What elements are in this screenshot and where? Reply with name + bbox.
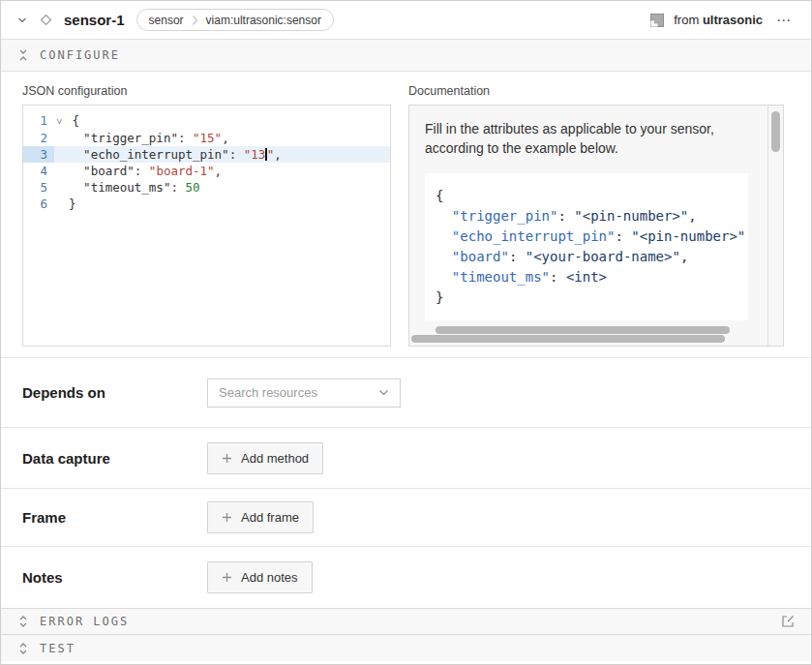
module-icon bbox=[650, 14, 664, 27]
depends-on-select[interactable]: Search resources bbox=[207, 378, 401, 408]
json-config-label: JSON configuration bbox=[22, 84, 391, 98]
documentation-code-example: { "trigger_pin": "<pin-number>", "echo_i… bbox=[425, 173, 748, 320]
collapse-chevron-icon[interactable] bbox=[16, 15, 28, 26]
error-logs-section-title: ERROR LOGS bbox=[40, 615, 129, 628]
panel-vertical-scrollbar-track[interactable] bbox=[767, 106, 783, 346]
plus-icon bbox=[222, 512, 232, 523]
collapse-section-icon[interactable] bbox=[17, 48, 29, 62]
component-config-panel: sensor-1 sensor viam:ultrasonic:sensor f… bbox=[0, 0, 812, 665]
from-module-label: from ultrasonic bbox=[674, 13, 763, 27]
component-type: sensor bbox=[149, 14, 184, 27]
configure-body: JSON configuration 1> {2 "trigger_pin": … bbox=[1, 72, 811, 357]
frame-label: Frame bbox=[22, 509, 207, 526]
code-horizontal-scrollbar[interactable] bbox=[436, 326, 730, 334]
notes-row: Notes Add notes bbox=[1, 546, 811, 608]
documentation-panel: Fill in the attributes as applicable to … bbox=[408, 105, 784, 347]
panel-horizontal-scrollbar[interactable] bbox=[411, 335, 725, 343]
test-section-bar[interactable]: TEST bbox=[1, 634, 811, 661]
json-config-editor[interactable]: 1> {2 "trigger_pin": "15",3 "echo_interr… bbox=[22, 105, 391, 347]
plus-icon bbox=[222, 572, 232, 583]
add-method-button[interactable]: Add method bbox=[207, 442, 323, 474]
component-header: sensor-1 sensor viam:ultrasonic:sensor f… bbox=[1, 1, 811, 40]
panel-vertical-scrollbar-thumb[interactable] bbox=[771, 111, 780, 152]
depends-on-placeholder: Search resources bbox=[219, 385, 378, 400]
configure-section-bar[interactable]: CONFIGURE bbox=[1, 40, 811, 72]
documentation-label: Documentation bbox=[408, 84, 784, 98]
expand-section-icon[interactable] bbox=[17, 615, 29, 628]
select-chevron-down-icon bbox=[378, 389, 389, 396]
frame-row: Frame Add frame bbox=[1, 488, 811, 546]
data-capture-row: Data capture Add method bbox=[1, 427, 811, 488]
component-name: sensor-1 bbox=[64, 12, 125, 28]
expand-section-icon[interactable] bbox=[17, 642, 29, 655]
plus-icon bbox=[222, 453, 232, 464]
data-capture-label: Data capture bbox=[22, 450, 207, 467]
depends-on-label: Depends on bbox=[22, 384, 207, 401]
component-diamond-icon bbox=[38, 12, 54, 28]
breadcrumb-chevron-icon bbox=[192, 15, 198, 26]
add-frame-button[interactable]: Add frame bbox=[207, 501, 314, 533]
configure-section-title: CONFIGURE bbox=[40, 48, 120, 62]
depends-on-row: Depends on Search resources bbox=[1, 357, 811, 427]
component-model: viam:ultrasonic:sensor bbox=[206, 14, 321, 27]
notes-label: Notes bbox=[22, 569, 207, 586]
error-logs-section-bar[interactable]: ERROR LOGS bbox=[1, 608, 811, 634]
more-options-button[interactable]: ⋯ bbox=[772, 12, 796, 29]
open-in-new-icon[interactable] bbox=[781, 615, 795, 628]
component-type-breadcrumb: sensor viam:ultrasonic:sensor bbox=[136, 9, 334, 31]
test-section-title: TEST bbox=[40, 642, 75, 655]
documentation-intro: Fill in the attributes as applicable to … bbox=[425, 119, 754, 159]
add-notes-button[interactable]: Add notes bbox=[207, 561, 313, 593]
